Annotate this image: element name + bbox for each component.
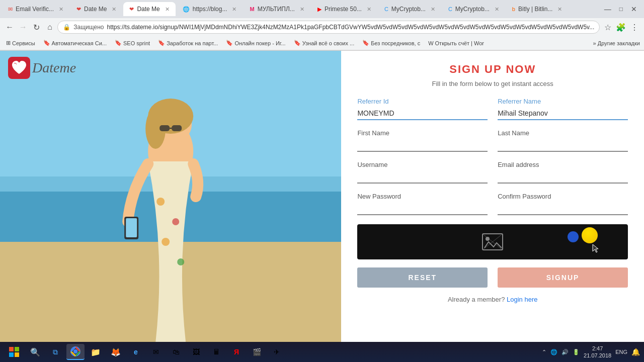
address-bar[interactable]: 🔒 Защищено https://ts.dateme.io/signup/N… <box>57 21 600 34</box>
system-icons: ⌃ <box>542 349 546 355</box>
menu-button[interactable]: ⋮ <box>628 20 640 34</box>
tab-blog-close[interactable]: ✕ <box>232 6 236 13</box>
taskbar-firefox[interactable]: 🦊 <box>107 344 125 360</box>
tab-crypto1-icon: C <box>384 6 388 12</box>
tab-blog[interactable]: 🌐 https://blog... ✕ <box>177 2 243 16</box>
bookmarks-bar: ⊞ Сервисы 🔖 Автоматическая Си... 🔖 SEO s… <box>0 36 644 50</box>
search-icon: 🔍 <box>30 347 40 357</box>
taskbar-store[interactable]: 🛍 <box>167 344 185 360</box>
cursor-yellow-circle <box>582 227 598 243</box>
tab-crypto1[interactable]: C MyCryptob... ✕ <box>378 2 441 16</box>
bookmark-bez-icon: 🔖 <box>362 40 369 46</box>
start-button[interactable] <box>4 344 24 360</box>
confirm-password-input[interactable] <box>498 202 628 215</box>
first-name-input[interactable] <box>357 139 488 152</box>
tab-crypto1-close[interactable]: ✕ <box>431 6 435 13</box>
referrer-id-field: Referrer Id <box>357 98 488 120</box>
windows-logo-icon <box>9 347 19 357</box>
tab-dateme2-close[interactable]: ✕ <box>165 6 170 13</box>
tab-primeste[interactable]: ▶ Primeste 50... ✕ <box>311 2 377 16</box>
bookmark-zaraboток[interactable]: 🔖 Заработок на парт... <box>156 39 220 47</box>
taskbar-chrome[interactable] <box>66 344 85 360</box>
name-row: First Name Last Name <box>357 129 628 152</box>
taskbar-task-view[interactable]: ⧉ <box>46 344 64 360</box>
clock-display[interactable]: 2:47 21.07.2018 <box>584 345 611 359</box>
tab-dateme1-icon: ❤ <box>76 6 81 13</box>
taskbar-search-button[interactable]: 🔍 <box>26 344 44 360</box>
tab-dateme-1[interactable]: ❤ Date Me ✕ <box>70 2 122 16</box>
username-input[interactable] <box>357 170 488 184</box>
back-button[interactable]: ← <box>4 20 16 34</box>
confirm-password-label: Confirm Password <box>498 193 628 200</box>
language-indicator[interactable]: ENG <box>615 349 627 355</box>
reset-button[interactable]: RESET <box>357 267 488 288</box>
maximize-button[interactable]: □ <box>616 5 626 14</box>
volume-icon: 🔊 <box>561 349 569 355</box>
tab-bitly-close[interactable]: ✕ <box>557 6 562 13</box>
cursor-blue-circle <box>568 231 579 242</box>
svg-rect-25 <box>15 352 19 357</box>
new-password-label: New Password <box>357 193 488 200</box>
tab-multi-label: МУЛЬТИПЛ... <box>258 6 295 13</box>
taskbar-explorer[interactable]: 📁 <box>87 344 105 360</box>
refresh-button[interactable]: ↻ <box>31 20 42 34</box>
svg-point-13 <box>172 218 179 225</box>
bookmark-uznat[interactable]: 🔖 Узнай всё о своих ... <box>292 39 357 47</box>
taskbar-video[interactable]: 🎬 <box>248 344 266 360</box>
close-button[interactable]: ✕ <box>628 4 640 14</box>
taskbar-calc[interactable]: 🖩 <box>207 344 225 360</box>
video-icon: 🎬 <box>253 348 261 356</box>
new-password-input[interactable] <box>357 202 488 215</box>
extensions-button[interactable]: 🧩 <box>615 20 627 34</box>
signup-area: SIGN UP NOW Fill in the form below to ge… <box>341 51 644 342</box>
referrer-name-field: Referrer Name <box>498 98 628 120</box>
referrer-name-input[interactable] <box>498 107 628 120</box>
bookmark-seo[interactable]: 🔖 SEO sprint <box>113 39 152 47</box>
taskbar-mail[interactable]: ✉ <box>147 344 165 360</box>
tab-dateme-2[interactable]: ❤ Date Me ✕ <box>123 2 175 16</box>
last-name-input[interactable] <box>498 139 628 152</box>
login-here-link[interactable]: Login here <box>507 296 537 303</box>
forward-button[interactable]: → <box>18 20 29 34</box>
username-label: Username <box>357 161 488 168</box>
captcha-box[interactable] <box>357 224 628 259</box>
bookmark-servisy[interactable]: ⊞ Сервисы <box>4 39 37 47</box>
tab-multi[interactable]: M МУЛЬТИПЛ... ✕ <box>244 2 310 16</box>
store-icon: 🛍 <box>173 348 180 356</box>
signup-button[interactable]: SIGNUP <box>498 267 628 288</box>
tab-email-verify[interactable]: ✉ Email Verific... ✕ <box>2 2 69 16</box>
taskbar-yandex[interactable]: Я <box>227 344 246 360</box>
svg-rect-17 <box>126 218 137 237</box>
signup-title: SIGN UP NOW <box>449 63 536 76</box>
bookmark-poker[interactable]: 🔖 Онлайн покер - Иг... <box>224 39 287 47</box>
tab-email-close[interactable]: ✕ <box>59 6 63 13</box>
home-button[interactable]: ⌂ <box>44 20 56 34</box>
bookmark-otkryt-label: Открыть счёт | Wor <box>435 40 484 46</box>
taskbar-edge[interactable]: e <box>127 344 145 360</box>
bookmark-otkryt[interactable]: W Открыть счёт | Wor <box>426 39 486 47</box>
taskbar-photos[interactable]: 🖼 <box>187 344 205 360</box>
svg-point-15 <box>177 258 184 265</box>
captcha-broken-image-icon <box>480 230 505 254</box>
tab-primeste-close[interactable]: ✕ <box>367 6 371 13</box>
bookmark-uznat-label: Узнай всё о своих ... <box>302 40 355 46</box>
email-input[interactable] <box>498 170 628 184</box>
tab-bitly[interactable]: b Bitly | Bitlin... ✕ <box>506 2 569 16</box>
more-bookmarks[interactable]: » Другие закладки <box>593 40 640 46</box>
minimize-button[interactable]: — <box>601 4 614 14</box>
tab-crypto2[interactable]: C MyCryptob... ✕ <box>442 2 505 16</box>
tab-dateme1-close[interactable]: ✕ <box>112 6 116 13</box>
bookmark-button[interactable]: ☆ <box>602 20 613 34</box>
referrer-id-input[interactable] <box>357 107 488 120</box>
bookmark-bez[interactable]: 🔖 Без посредников, с <box>360 39 422 47</box>
bookmark-servisy-label: Сервисы <box>12 40 35 46</box>
referrer-id-label: Referrer Id <box>357 98 488 105</box>
notification-icon[interactable]: 🔔 <box>631 348 640 356</box>
taskbar-telegram[interactable]: ✈ <box>268 344 286 360</box>
clock-time: 2:47 <box>584 345 611 352</box>
tab-crypto2-close[interactable]: ✕ <box>495 6 499 13</box>
logo-text: Dateme <box>32 60 76 76</box>
svg-rect-23 <box>15 347 19 351</box>
bookmark-auto[interactable]: 🔖 Автоматическая Си... <box>41 39 109 47</box>
tab-multi-close[interactable]: ✕ <box>300 6 304 13</box>
